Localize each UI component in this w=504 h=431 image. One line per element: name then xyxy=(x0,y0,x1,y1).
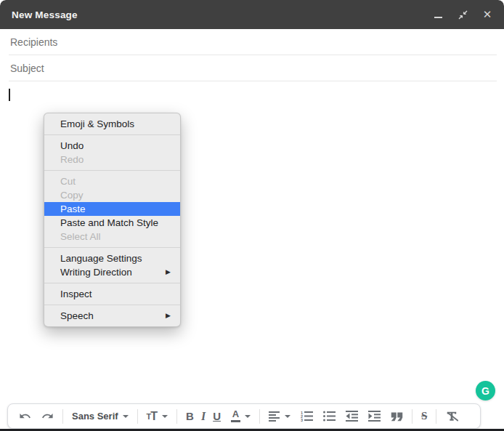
align-button[interactable] xyxy=(264,404,296,428)
indent-more-button[interactable] xyxy=(363,404,386,428)
indent-less-icon xyxy=(346,411,358,422)
window-title: New Message xyxy=(12,9,78,20)
svg-text:3: 3 xyxy=(301,418,303,422)
font-family-select[interactable]: Sans Serif xyxy=(67,404,134,428)
underline-button[interactable]: U xyxy=(208,404,226,428)
bullet-list-button[interactable] xyxy=(318,404,341,428)
titlebar: New Message ✕ xyxy=(0,0,504,29)
menu-item-paste-match-style[interactable]: Paste and Match Style xyxy=(44,216,180,230)
indent-more-icon xyxy=(368,411,381,422)
menu-item-writing-direction[interactable]: Writing Direction ▶ xyxy=(44,265,180,279)
font-size-button[interactable]: T T xyxy=(142,404,174,428)
bold-button[interactable]: B xyxy=(181,404,199,428)
close-icon[interactable]: ✕ xyxy=(482,9,492,20)
numbered-list-button[interactable]: 1 2 3 xyxy=(296,404,318,428)
color-bar xyxy=(231,420,240,423)
compose-window: New Message ✕ Recipients Subject Emoji &… xyxy=(0,0,504,431)
size-large-glyph: T xyxy=(150,410,158,423)
undo-button[interactable] xyxy=(14,404,36,428)
chevron-down-icon xyxy=(245,415,251,418)
text-color-button[interactable]: A xyxy=(226,404,256,428)
menu-item-copy: Copy xyxy=(44,188,180,202)
context-menu: Emoji & Symbols Undo Redo Cut Copy Paste… xyxy=(44,113,181,327)
chevron-down-icon xyxy=(285,415,290,418)
menu-item-select-all: Select All xyxy=(44,230,180,243)
submenu-arrow-icon: ▶ xyxy=(166,309,171,323)
numbered-list-icon: 1 2 3 xyxy=(301,411,313,422)
quote-icon xyxy=(391,412,402,421)
grammarly-icon[interactable]: G xyxy=(476,381,495,400)
divider xyxy=(9,55,497,55)
recipients-placeholder: Recipients xyxy=(10,36,57,48)
menu-item-undo[interactable]: Undo xyxy=(44,139,180,153)
formatting-toolbar: Sans Serif T T B I U A 1 2 xyxy=(7,403,481,429)
remove-formatting-icon xyxy=(447,411,458,421)
menu-item-paste[interactable]: Paste xyxy=(44,202,180,216)
subject-placeholder: Subject xyxy=(10,63,44,74)
redo-icon xyxy=(42,414,52,418)
remove-formatting-button[interactable] xyxy=(440,404,463,428)
menu-item-language-settings[interactable]: Language Settings xyxy=(44,251,180,265)
menu-item-inspect[interactable]: Inspect xyxy=(44,287,180,301)
text-cursor xyxy=(9,89,10,101)
color-a-glyph: A xyxy=(232,410,239,419)
bullet-list-icon xyxy=(323,411,336,422)
menu-item-redo: Redo xyxy=(44,153,180,166)
menu-item-speech[interactable]: Speech ▶ xyxy=(44,309,180,323)
chevron-down-icon xyxy=(123,415,129,418)
menu-item-cut: Cut xyxy=(44,174,180,188)
quote-button[interactable] xyxy=(386,404,408,428)
redo-button[interactable] xyxy=(36,404,59,428)
undo-icon xyxy=(20,414,30,418)
menu-item-label: Writing Direction xyxy=(60,267,132,278)
menu-item-emoji-symbols[interactable]: Emoji & Symbols xyxy=(44,117,180,131)
font-family-value: Sans Serif xyxy=(72,411,118,422)
italic-button[interactable]: I xyxy=(199,404,208,428)
menu-item-label: Speech xyxy=(60,310,94,321)
exit-fullscreen-icon[interactable] xyxy=(458,9,468,20)
align-left-icon xyxy=(269,411,280,422)
submenu-arrow-icon: ▶ xyxy=(166,265,171,279)
chevron-down-icon xyxy=(162,415,168,418)
strikethrough-button[interactable]: S xyxy=(416,404,432,428)
minimize-icon[interactable] xyxy=(433,9,443,20)
indent-less-button[interactable] xyxy=(341,404,363,428)
divider xyxy=(9,81,497,81)
